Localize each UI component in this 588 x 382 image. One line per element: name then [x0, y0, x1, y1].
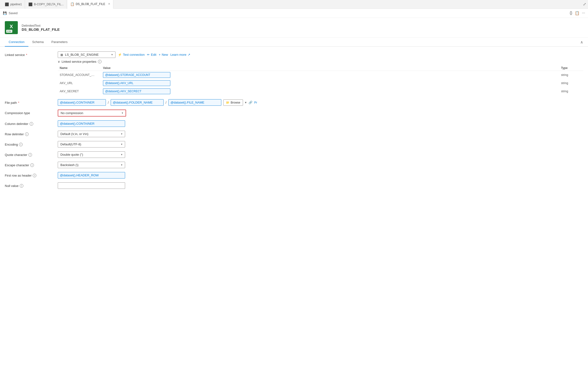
- escape-character-dropdown[interactable]: Backslash (\) ▾: [58, 162, 125, 168]
- prop-value-input[interactable]: [103, 88, 170, 94]
- pipeline-icon: ⬛: [5, 2, 9, 6]
- encoding-row: Encoding i Default(UTF-8) ▾: [5, 141, 583, 148]
- prop-value[interactable]: [101, 87, 559, 96]
- csv-icon: X CSV: [5, 21, 18, 34]
- collapse-props-icon: ∨: [58, 60, 60, 63]
- compression-chevron: ▾: [122, 112, 123, 115]
- compression-type-label: Compression type: [5, 110, 58, 115]
- row-delimiter-label: Row delimiter i: [5, 131, 58, 136]
- null-value-control: [58, 182, 583, 189]
- first-row-header-input[interactable]: [58, 172, 125, 178]
- nav-tabs: Connection Schema Parameters ∧: [0, 38, 588, 47]
- column-delimiter-label: Column delimiter i: [5, 120, 58, 126]
- props-info-icon[interactable]: i: [98, 60, 102, 63]
- file-path-folder-input[interactable]: [111, 99, 164, 106]
- toolbar-right: {} 📋 ···: [570, 11, 585, 15]
- row-delimiter-value: Default (\r,\n, or \r\n): [60, 132, 88, 136]
- link-icon[interactable]: 🔗: [249, 101, 252, 104]
- dropdown-small-chevron[interactable]: ▾: [245, 101, 247, 104]
- tab-bar-left: ⬛ pipeline1 ⬛ B-COPY_DELTA_FIL... 📋 DS_B…: [2, 0, 113, 9]
- tab-connection[interactable]: Connection: [5, 38, 28, 47]
- row-delimiter-chevron: ▾: [121, 132, 123, 135]
- tab-ds-blob[interactable]: 📋 DS_BLOB_FLAT_FILE ✕: [67, 0, 114, 9]
- dataset-type: DelimitedText: [22, 24, 60, 27]
- header-text: DelimitedText DS_BLOB_FLAT_FILE: [22, 24, 60, 32]
- row-delimiter-control: Default (\r,\n, or \r\n) ▾: [58, 131, 583, 137]
- tab-parameters[interactable]: Parameters: [47, 38, 71, 47]
- column-delimiter-input[interactable]: [58, 120, 125, 127]
- prop-name: STORAGE_ACCOUNT_....: [58, 71, 101, 79]
- file-path-container-input[interactable]: [58, 99, 106, 106]
- quote-character-row: Quote character i Double quote (") ▾: [5, 151, 583, 158]
- prop-value-input[interactable]: [103, 80, 170, 86]
- toolbar-left: 💾 Saved: [3, 11, 18, 15]
- path-sep-1: /: [108, 101, 109, 105]
- expand-icon[interactable]: ⤢: [583, 2, 586, 6]
- quote-character-dropdown[interactable]: Double quote (") ▾: [58, 151, 125, 158]
- more-icon[interactable]: ···: [582, 11, 585, 15]
- linked-service-label: Linked service *: [5, 51, 58, 57]
- tab-schema[interactable]: Schema: [28, 38, 48, 47]
- edit-button[interactable]: ✏ Edit: [147, 53, 156, 57]
- json-icon[interactable]: {}: [570, 11, 572, 15]
- quote-character-info[interactable]: i: [28, 153, 32, 157]
- save-icon: 💾: [3, 11, 7, 15]
- null-value-label: Null value i: [5, 182, 58, 188]
- table-row: AKV_SECRET string: [58, 87, 583, 96]
- encoding-info[interactable]: i: [19, 143, 23, 146]
- collapse-button[interactable]: ∧: [580, 40, 583, 44]
- browse-button[interactable]: 📁 Browse: [223, 99, 243, 106]
- tab-bar-right: ⤢: [583, 2, 586, 6]
- null-value-info[interactable]: i: [20, 184, 23, 188]
- required-star: *: [26, 53, 27, 57]
- encoding-value: Default(UTF-8): [60, 142, 81, 146]
- encoding-chevron: ▾: [121, 143, 123, 146]
- grid-icon: ▦: [60, 53, 63, 57]
- row-delimiter-info[interactable]: i: [25, 132, 29, 136]
- prop-value[interactable]: [101, 79, 559, 87]
- linked-service-row: Linked service * ▦ LS_BLOB_SC_ENGINE ▾ ⚡…: [5, 51, 583, 96]
- escape-character-label: Escape character i: [5, 162, 58, 167]
- row-delimiter-dropdown[interactable]: Default (\r,\n, or \r\n) ▾: [58, 131, 125, 137]
- dropdown-chevron: ▾: [111, 53, 113, 56]
- col-header-type: Type: [559, 65, 583, 71]
- linked-service-control: ▦ LS_BLOB_SC_ENGINE ▾ ⚡ Test connection …: [58, 51, 583, 96]
- tab-pipeline1[interactable]: ⬛ pipeline1: [2, 0, 25, 9]
- tab-ds-blob-label: DS_BLOB_FLAT_FILE: [76, 2, 105, 6]
- monitor-icon[interactable]: 📋: [575, 11, 580, 15]
- tab-close-button[interactable]: ✕: [108, 2, 110, 5]
- new-button[interactable]: + New: [159, 53, 168, 57]
- quote-character-chevron: ▾: [121, 153, 123, 156]
- null-value-input[interactable]: [58, 182, 125, 189]
- encoding-control: Default(UTF-8) ▾: [58, 141, 583, 148]
- prop-type: string: [559, 71, 583, 79]
- test-connection-button[interactable]: ⚡ Test connection: [118, 53, 145, 57]
- encoding-dropdown[interactable]: Default(UTF-8) ▾: [58, 141, 125, 148]
- escape-character-info[interactable]: i: [30, 163, 34, 167]
- file-path-filename-input[interactable]: [168, 99, 221, 106]
- linked-service-value: LS_BLOB_SC_ENGINE: [65, 53, 99, 57]
- external-link-icon: ↗: [188, 53, 190, 57]
- linked-service-dropdown[interactable]: ▦ LS_BLOB_SC_ENGINE ▾: [58, 51, 115, 58]
- header-panel: X CSV DelimitedText DS_BLOB_FLAT_FILE: [0, 18, 588, 38]
- main-content: Linked service * ▦ LS_BLOB_SC_ENGINE ▾ ⚡…: [0, 47, 588, 197]
- prop-name: AKV_SECRET: [58, 87, 101, 96]
- escape-character-chevron: ▾: [121, 163, 123, 167]
- prop-type: string: [559, 87, 583, 96]
- prop-value-input[interactable]: [103, 72, 170, 78]
- tab-b-copy[interactable]: ⬛ B-COPY_DELTA_FIL...: [25, 0, 67, 9]
- column-delimiter-info[interactable]: i: [30, 122, 33, 126]
- linked-props-header[interactable]: ∨ Linked service properties i: [58, 60, 583, 63]
- file-path-label: File path *: [5, 99, 58, 105]
- prop-value[interactable]: [101, 71, 559, 79]
- learn-more-link[interactable]: Learn more ↗: [170, 53, 190, 57]
- preview-label: Pr: [254, 101, 257, 104]
- linked-service-properties: ∨ Linked service properties i Name Value: [58, 60, 583, 96]
- dataset-name: DS_BLOB_FLAT_FILE: [22, 27, 60, 32]
- escape-character-row: Escape character i Backslash (\) ▾: [5, 162, 583, 168]
- first-row-header-info[interactable]: i: [33, 174, 36, 177]
- encoding-label: Encoding i: [5, 141, 58, 146]
- compression-type-row: Compression type No compression ▾: [5, 110, 583, 116]
- compression-dropdown[interactable]: No compression ▾: [58, 110, 126, 116]
- quote-character-control: Double quote (") ▾: [58, 151, 583, 158]
